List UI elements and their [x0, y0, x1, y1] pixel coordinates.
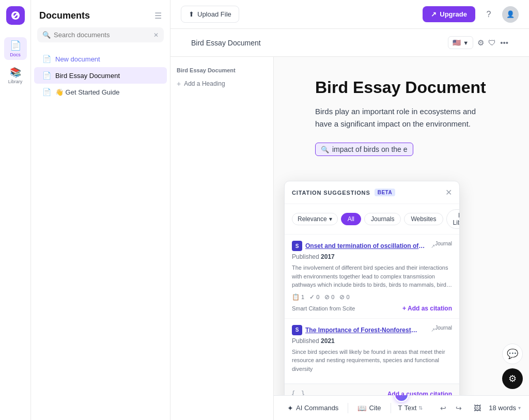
bird-essay-item[interactable]: 📄 Bird Essay Document [34, 67, 167, 84]
docs-icon: 📄 [10, 40, 21, 51]
bird-essay-label: Bird Essay Document [55, 72, 120, 80]
new-document-item[interactable]: 📄 New document [34, 51, 167, 67]
filter-websites[interactable]: Websites [404, 213, 443, 225]
citation-year-2: Published 2021 [292, 337, 452, 345]
user-avatar[interactable]: 👤 [502, 6, 519, 23]
upload-icon: ⬆ [189, 10, 194, 18]
filter-my-library[interactable]: My Library [446, 209, 460, 229]
chat-button[interactable]: 💬 [502, 344, 523, 364]
more-icon[interactable]: ••• [500, 38, 508, 47]
image-button[interactable]: 🖼 [470, 401, 485, 415]
word-count-selector[interactable]: 18 words ▾ [489, 404, 521, 412]
help-icon: ? [487, 10, 491, 19]
stat-icon-1d: ⊘ [339, 293, 345, 301]
stat-item-2: ✓ 0 [309, 293, 319, 301]
smart-citation-label: Smart Citation from Scite [292, 305, 355, 312]
stat-value-1b: 0 [316, 294, 319, 300]
shield-icon[interactable]: 🛡 [488, 38, 496, 47]
doc-name: Bird Essay Document [191, 39, 261, 47]
citation-header: CITATION SUGGESTIONS BETA ✕ [285, 181, 459, 204]
inline-search[interactable]: 🔍 impact of birds on the e [315, 143, 413, 156]
get-started-item[interactable]: 📄 👋 Get Started Guide [34, 84, 167, 100]
cite-icon: 📖 [357, 404, 366, 412]
beta-badge: BETA [375, 189, 395, 196]
stat-icon-1a: 📋 [292, 293, 300, 301]
journal-badge-1: Journal [435, 241, 452, 246]
cite-button[interactable]: 📖 Cite [352, 401, 386, 415]
menu-icon[interactable]: ☰ [154, 11, 162, 21]
app-logo[interactable] [6, 6, 25, 25]
upgrade-button[interactable]: ↗ Upgrade [423, 6, 475, 22]
stat-icon-1b: ✓ [309, 293, 315, 301]
toolbar-divider-2 [391, 403, 391, 413]
citation-filters: Relevance ▾ All Journals Websites My Lib… [285, 204, 459, 235]
nav-library[interactable]: 📚 Library [4, 64, 27, 87]
bird-essay-icon: 📄 [42, 71, 51, 80]
nav-docs[interactable]: 📄 Docs [4, 37, 27, 60]
filter-journals[interactable]: Journals [364, 213, 401, 225]
doc-header-icons: 🇺🇸 ▼ ⚙ 🛡 ••• [448, 36, 508, 49]
search-icon: 🔍 [42, 31, 51, 39]
citation-item-2: S The Importance of Forest-Nonforest Tra… [285, 319, 459, 384]
icon-sidebar: 📄 Docs 📚 Library [0, 0, 31, 420]
citation-popup: CITATION SUGGESTIONS BETA ✕ Relevance ▾ … [284, 181, 460, 395]
document-body: Birds play an important role in ecosyste… [315, 105, 488, 130]
relevance-select[interactable]: Relevance ▾ [292, 213, 338, 225]
ai-commands-button[interactable]: ✦ AI Commands [282, 401, 344, 415]
word-count-value: 18 words [489, 404, 516, 412]
citation-source-icon-1: S [292, 241, 302, 251]
help-button[interactable]: ? [480, 6, 497, 23]
add-icon: + [177, 80, 181, 88]
clear-icon[interactable]: ✕ [153, 32, 159, 39]
inline-search-icon: 🔍 [321, 146, 329, 153]
year-value-1: 2017 [321, 253, 335, 260]
text-format-select[interactable]: T Text ⇅ [395, 402, 426, 414]
external-link-icon-2[interactable]: ↗ [431, 327, 435, 333]
settings-icon[interactable]: ⚙ [477, 38, 484, 48]
doc-header-bar: Bird Essay Document 🇺🇸 ▼ ⚙ 🛡 ••• [170, 29, 529, 57]
new-doc-icon: 📄 [42, 55, 51, 63]
redo-button[interactable]: ↪ [452, 401, 466, 415]
word-count-chevron: ▾ [518, 405, 521, 411]
upload-label: Upload File [197, 10, 231, 18]
citation-title: CITATION SUGGESTIONS [292, 190, 370, 196]
add-citation-button-1[interactable]: + Add as citation [402, 305, 452, 312]
citation-link-1[interactable]: Onset and termination of oscillation of … [305, 242, 427, 250]
toolbar-left: ✦ AI Commands 📖 Cite T Text ⇅ [282, 401, 426, 415]
inline-search-text: impact of birds on the e [332, 145, 408, 153]
search-input[interactable] [54, 31, 150, 39]
text-format-arrows: ⇅ [418, 405, 423, 411]
citation-link-2[interactable]: The Importance of Forest-Nonforest Tra..… [305, 326, 427, 334]
upgrade-icon: ↗ [431, 10, 437, 18]
upload-button[interactable]: ⬆ Upload File [181, 6, 239, 23]
doc-area: Bird Essay Document + Add a Heading Bird… [170, 57, 529, 420]
year-value-2: 2021 [321, 337, 335, 345]
settings-button[interactable]: ⚙ [502, 368, 523, 389]
stat-value-1c: 0 [331, 294, 334, 300]
relevance-label: Relevance [298, 215, 327, 223]
citation-item-header: S Onset and termination of oscillation o… [292, 241, 452, 251]
text-format-label: Text [404, 404, 416, 412]
top-bar-right: ↗ Upgrade ? 👤 [423, 6, 519, 23]
outline-doc-name: Bird Essay Document [177, 67, 236, 73]
nav-docs-label: Docs [10, 52, 21, 57]
journal-badge-2: Journal [435, 325, 452, 331]
bottom-toolbar: ✦ AI Commands 📖 Cite T Text ⇅ [274, 395, 529, 420]
editor-wrapper[interactable]: Bird Essay Document Birds play an import… [274, 57, 529, 395]
undo-button[interactable]: ↩ [436, 401, 450, 415]
custom-citation-bar: {...} Add a custom citation [285, 384, 459, 395]
relevance-chevron: ▾ [329, 215, 332, 223]
citation-close-button[interactable]: ✕ [445, 188, 452, 197]
external-link-icon-1[interactable]: ↗ [431, 243, 435, 249]
toolbar-right: ↩ ↪ 🖼 18 words ▾ [436, 401, 521, 415]
filter-all[interactable]: All [341, 213, 361, 225]
language-selector[interactable]: 🇺🇸 ▼ [448, 36, 473, 49]
document-list: 📄 New document 📄 Bird Essay Document 📄 👋… [31, 49, 170, 420]
add-heading-item[interactable]: + Add a Heading [177, 80, 267, 88]
cite-label: Cite [369, 404, 381, 412]
stat-value-1a: 1 [301, 294, 304, 300]
new-doc-label: New document [55, 55, 100, 63]
citation-footer-1: Smart Citation from Scite + Add as citat… [292, 305, 452, 312]
add-custom-citation-button[interactable]: Add a custom citation [387, 391, 452, 395]
outline-panel: Bird Essay Document + Add a Heading [170, 57, 274, 420]
